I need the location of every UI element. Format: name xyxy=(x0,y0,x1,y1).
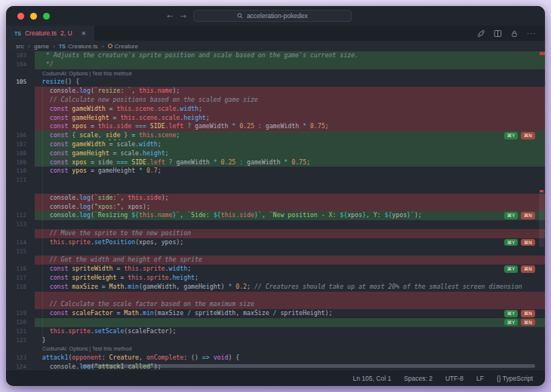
codelens-row[interactable]: CodiumAI: Options | Test this method xyxy=(6,345,545,354)
code-row[interactable]: // Calculate new positions based on the … xyxy=(6,96,545,105)
reject-change-badge[interactable]: ⌘N xyxy=(521,212,535,219)
code-row[interactable]: // Move the sprite to the new position xyxy=(6,229,545,238)
line-number[interactable]: 123 xyxy=(6,354,35,363)
breadcrumb-symbol[interactable]: Creature xyxy=(108,43,138,50)
zoom-window-button[interactable] xyxy=(43,13,50,20)
codelens-action[interactable]: CodiumAI: Options | Test this method xyxy=(35,69,131,78)
line-number[interactable]: 119 xyxy=(6,309,35,318)
line-number[interactable] xyxy=(6,69,35,78)
code-row[interactable]: 103 * Adjusts the creature's sprite posi… xyxy=(6,51,545,60)
code-row[interactable]: 110 const ypos = gameHeight * 0.7; xyxy=(6,167,545,176)
accept-change-badge[interactable]: ⌘Y xyxy=(504,310,518,317)
code-row[interactable]: const gameWidth = this.scene.scale.width… xyxy=(6,105,545,114)
close-window-button[interactable] xyxy=(17,13,24,20)
eol-status[interactable]: LF xyxy=(476,375,484,382)
code-row[interactable]: 122 } xyxy=(6,336,545,345)
code-row[interactable]: 114 this.sprite.setPosition(xpos, ypos);… xyxy=(6,238,545,247)
tab-creature-ts[interactable]: TS Creature.ts 2, U ✕ xyxy=(6,26,94,41)
code-row[interactable]: // Calculate the scale factor based on t… xyxy=(6,300,545,309)
codelens-row[interactable]: CodiumAI: Options | Test this method xyxy=(6,69,545,78)
line-number[interactable] xyxy=(6,87,35,96)
line-number[interactable]: 115 xyxy=(6,247,35,256)
line-number[interactable]: 117 xyxy=(6,274,35,283)
line-number[interactable]: 106 xyxy=(6,131,35,140)
close-tab-icon[interactable]: ✕ xyxy=(82,30,87,37)
code-row[interactable]: 108 const gameHeight = scale.height; xyxy=(6,149,545,158)
code-editor[interactable]: 103 * Adjusts the creature's sprite posi… xyxy=(6,51,545,369)
reject-change-badge[interactable]: ⌘N xyxy=(521,319,535,326)
code-row[interactable]: 107 const gameWidth = scale.width; xyxy=(6,140,545,149)
line-number[interactable] xyxy=(6,300,35,309)
code-row[interactable]: 111 xyxy=(6,176,545,185)
code-row[interactable]: console.log(`resize: `, this.name); xyxy=(6,87,545,96)
accept-change-badge[interactable]: ⌘Y xyxy=(504,212,518,219)
horizontal-scrollbar[interactable] xyxy=(82,364,535,368)
code-row[interactable]: // Get the width and height of the sprit… xyxy=(6,256,545,265)
reject-change-badge[interactable]: ⌘N xyxy=(521,239,535,247)
code-row[interactable]: console.log(`side:`, this.side); xyxy=(6,194,545,203)
command-center-search[interactable]: acceleration-pokedex xyxy=(193,10,352,22)
line-number[interactable] xyxy=(6,292,35,301)
encoding-status[interactable]: UTF-8 xyxy=(445,375,463,382)
back-arrow-icon[interactable]: ← xyxy=(167,12,173,20)
line-number[interactable] xyxy=(6,114,35,123)
reject-change-badge[interactable]: ⌘N xyxy=(521,265,535,273)
code-row[interactable]: 115 xyxy=(6,247,545,256)
line-number[interactable] xyxy=(6,96,35,105)
accept-change-badge[interactable]: ⌘Y xyxy=(504,239,518,247)
line-number[interactable] xyxy=(6,203,35,212)
code-row[interactable] xyxy=(6,185,545,194)
lock-icon[interactable] xyxy=(510,29,519,38)
codelens-action[interactable]: CodiumAI: Options | Test this method xyxy=(35,345,131,354)
more-actions-icon[interactable]: ··· xyxy=(527,29,536,37)
code-row[interactable]: 118 const maxSize = Math.min(gameWidth, … xyxy=(6,283,545,292)
line-number[interactable]: 103 xyxy=(6,51,35,60)
forward-arrow-icon[interactable]: → xyxy=(180,12,186,20)
cursor-position-status[interactable]: Ln 105, Col 1 xyxy=(353,375,392,382)
line-number[interactable] xyxy=(6,122,35,131)
code-row[interactable]: 121 this.sprite.setScale(scaleFactor); xyxy=(6,327,545,336)
line-number[interactable] xyxy=(6,345,35,354)
line-number[interactable]: 122 xyxy=(6,336,35,345)
line-number[interactable]: 107 xyxy=(6,140,35,149)
minimize-window-button[interactable] xyxy=(30,13,37,20)
indentation-status[interactable]: Spaces: 2 xyxy=(404,375,432,382)
breadcrumb-game[interactable]: game xyxy=(34,43,49,50)
line-number[interactable] xyxy=(6,229,35,238)
line-number[interactable]: 111 xyxy=(6,176,35,185)
language-mode-status[interactable]: {} TypeScript xyxy=(497,375,533,382)
line-number[interactable]: 112 xyxy=(6,211,35,220)
line-number[interactable]: 104 xyxy=(6,60,35,69)
code-row[interactable]: 109 const xpos = side === SIDE.left ? ga… xyxy=(6,158,545,167)
accept-change-badge[interactable]: ⌘Y xyxy=(504,265,518,273)
code-row[interactable]: 120⌘Y⌘N xyxy=(6,318,545,327)
code-row[interactable]: 116 const spriteWidth = this.sprite.widt… xyxy=(6,265,545,274)
code-row[interactable]: const xpos = this.side === SIDE.left ? g… xyxy=(6,122,545,131)
reject-change-badge[interactable]: ⌘N xyxy=(521,310,535,317)
line-number[interactable]: 120 xyxy=(6,318,35,327)
code-row[interactable]: 119 const scaleFactor = Math.min(maxSize… xyxy=(6,309,545,318)
code-row[interactable]: console.log("xpos:", xpos); xyxy=(6,203,545,212)
line-number[interactable]: 109 xyxy=(6,158,35,167)
breadcrumb-src[interactable]: src xyxy=(16,43,24,50)
code-row[interactable]: 106 const { scale, side } = this.scene;⌘… xyxy=(6,131,545,140)
line-number[interactable] xyxy=(6,185,35,194)
split-editor-icon[interactable] xyxy=(494,29,502,38)
code-row[interactable]: 123 attack1(opponent: Creature, onComple… xyxy=(6,354,545,363)
line-number[interactable]: 105 xyxy=(6,78,35,87)
line-number[interactable]: 110 xyxy=(6,167,35,176)
accept-change-badge[interactable]: ⌘Y xyxy=(504,132,518,139)
line-number[interactable]: 124 xyxy=(6,363,35,369)
line-number[interactable] xyxy=(6,194,35,203)
line-number[interactable]: 108 xyxy=(6,149,35,158)
line-number[interactable]: 114 xyxy=(6,238,35,247)
code-row[interactable]: 113 xyxy=(6,220,545,229)
line-number[interactable]: 118 xyxy=(6,283,35,292)
breadcrumb-file[interactable]: TS Creature.ts xyxy=(59,43,98,50)
code-row[interactable]: 104 */ xyxy=(6,60,545,69)
code-row[interactable]: 112 console.log(`Resizing ${this.name}`,… xyxy=(6,211,545,220)
code-row[interactable] xyxy=(6,292,545,301)
code-row[interactable]: const gameHeight = this.scene.scale.heig… xyxy=(6,114,545,123)
line-number[interactable] xyxy=(6,105,35,114)
line-number[interactable]: 113 xyxy=(6,220,35,229)
